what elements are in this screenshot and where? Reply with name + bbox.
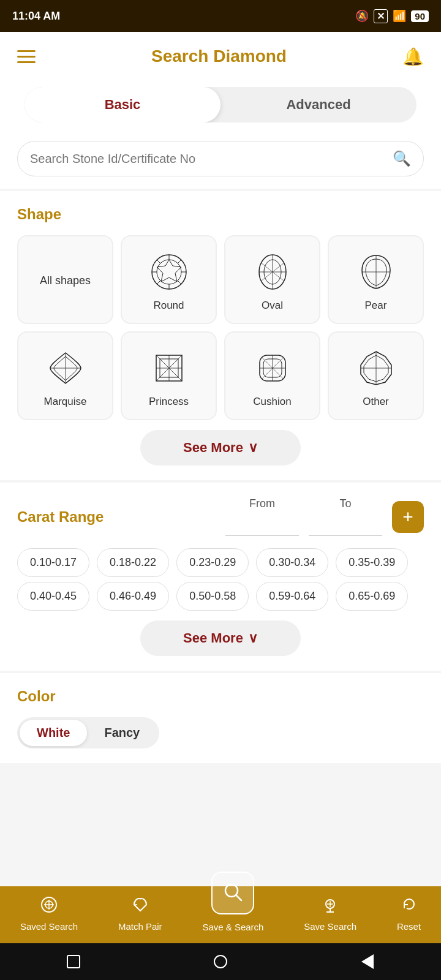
carat-pills-row1: 0.10-0.17 0.18-0.22 0.23-0.29 0.30-0.34 … [17,548,424,577]
status-time: 11:04 AM [12,10,60,23]
nav-saved-search[interactable]: Saved Search [20,896,78,932]
hamburger-menu[interactable] [17,50,36,63]
shape-label-cushion: Cushion [253,396,291,408]
carat-from-group: From [225,497,299,536]
cushion-shape-icon [251,347,294,390]
search-box: 🔍 [17,141,424,176]
color-toggle: White Fancy [17,717,159,748]
app-header: Search Diamond 🔔 [0,32,441,81]
search-icon-button[interactable]: 🔍 [393,150,411,167]
carat-to-label: To [339,497,351,510]
carat-pill-7[interactable]: 0.50-0.58 [176,582,249,611]
shape-label-pear: Pear [365,300,387,312]
bottom-navigation: Saved Search Match Pair Save & Search [0,886,441,943]
shape-label-marquise: Marquise [44,396,87,408]
shape-item-oval[interactable]: Oval [224,235,320,324]
carat-see-more-button[interactable]: See More ∨ [140,620,301,656]
nav-match-pair[interactable]: Match Pair [118,896,162,932]
shape-label-oval: Oval [262,300,283,312]
carat-range-section: Carat Range From To + 0.10-0.17 0.18-0.2… [0,483,441,671]
carat-from-label: From [249,497,275,510]
carat-add-button[interactable]: + [392,501,424,533]
page-title: Search Diamond [151,47,287,66]
shape-item-other[interactable]: Other [328,331,424,420]
nav-save-search-label: Save & Search [202,922,263,932]
carat-pill-5[interactable]: 0.40-0.45 [17,582,89,611]
tab-container: Basic Advanced [0,81,441,135]
shape-item-princess[interactable]: Princess [121,331,217,420]
color-section-title: Color [17,688,424,705]
carat-from-input[interactable] [225,513,299,536]
tab-advanced[interactable]: Advanced [221,87,417,123]
match-pair-icon [132,896,149,918]
svg-line-9 [157,281,160,284]
nav-reset-label: Reset [397,921,421,932]
nav-reset[interactable]: Reset [397,896,421,932]
carat-pill-1[interactable]: 0.18-0.22 [97,548,169,577]
shape-section: Shape All shapes [0,191,441,480]
shape-item-all[interactable]: All shapes [17,235,113,324]
android-home-button[interactable] [208,949,233,974]
svg-line-8 [178,260,181,263]
shape-item-round[interactable]: Round [121,235,217,324]
chevron-down-icon: ∨ [248,440,258,456]
carat-range-title: Carat Range [17,508,104,526]
carat-pill-2[interactable]: 0.23-0.29 [176,548,249,577]
nav-save-label: Save Search [304,921,356,932]
search-center-icon [222,881,243,905]
color-white-button[interactable]: White [20,720,87,746]
status-icons: 🔕 ✕ 📶 90 [355,9,429,23]
shape-label-round: Round [153,300,184,312]
shape-item-marquise[interactable]: Marquise [17,331,113,420]
carat-pill-6[interactable]: 0.46-0.49 [97,582,169,611]
wifi-icon: 📶 [393,9,406,23]
marquise-shape-icon [44,347,87,390]
shape-section-title: Shape [17,206,424,223]
saved-search-icon [40,896,58,918]
chevron-down-icon-carat: ∨ [248,630,258,646]
svg-point-41 [225,884,238,897]
nav-save-search[interactable]: Save Search [304,896,356,932]
nav-saved-search-label: Saved Search [20,921,78,932]
notification-bell-icon[interactable]: 🔔 [402,47,424,67]
search-input[interactable] [30,152,393,166]
carat-pill-9[interactable]: 0.65-0.69 [336,582,408,611]
android-back-button[interactable] [355,949,380,974]
svg-line-7 [178,281,181,284]
tab-group: Basic Advanced [24,87,417,123]
carat-to-group: To [309,497,382,536]
shape-label-all: All shapes [40,274,91,287]
shape-see-more-container: See More ∨ [17,430,424,466]
status-bar: 11:04 AM 🔕 ✕ 📶 90 [0,0,441,32]
princess-shape-icon [148,347,190,390]
search-container: 🔍 [0,135,441,189]
shape-label-other: Other [363,396,389,408]
shape-see-more-button[interactable]: See More ∨ [140,430,301,466]
oval-shape-icon [251,251,294,293]
carat-pill-0[interactable]: 0.10-0.17 [17,548,89,577]
pear-shape-icon [355,251,398,293]
search-center-button[interactable] [211,872,254,914]
shape-item-cushion[interactable]: Cushion [224,331,320,420]
color-section: Color White Fancy [0,673,441,763]
android-recent-button[interactable] [61,949,86,974]
save-search-icon [322,896,339,918]
carat-pill-3[interactable]: 0.30-0.34 [256,548,328,577]
carat-pills-row2: 0.40-0.45 0.46-0.49 0.50-0.58 0.59-0.64 … [17,582,424,611]
color-fancy-button[interactable]: Fancy [87,720,157,746]
android-navigation [0,943,441,980]
round-shape-icon [148,251,190,293]
nav-match-pair-label: Match Pair [118,921,162,932]
carat-range-header: Carat Range From To + [17,497,424,536]
battery-x-icon: ✕ [374,9,388,23]
shape-label-princess: Princess [149,396,189,408]
carat-to-input[interactable] [309,513,382,536]
carat-pill-8[interactable]: 0.59-0.64 [256,582,328,611]
carat-see-more-container: See More ∨ [17,620,424,656]
nav-search-center[interactable]: Save & Search [202,883,263,932]
svg-line-6 [157,260,160,263]
carat-pill-4[interactable]: 0.35-0.39 [336,548,408,577]
tab-basic[interactable]: Basic [24,87,221,123]
shape-item-pear[interactable]: Pear [328,235,424,324]
shape-grid: All shapes Round [17,235,424,420]
